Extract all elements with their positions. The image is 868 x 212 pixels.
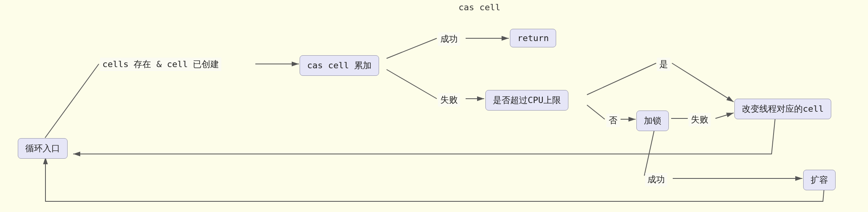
- diagram-canvas: cas cell 循环入口 cas cell 累加 return 是否超过CPU…: [0, 0, 868, 212]
- edge-label-lock-fail: 失败: [689, 113, 711, 126]
- edge-label-cells-exists: cells 存在 & cell 已创建: [100, 58, 221, 71]
- edge-label-yes: 是: [657, 58, 670, 71]
- node-lock: 加锁: [636, 111, 669, 131]
- node-expand: 扩容: [803, 170, 836, 190]
- edge-label-no: 否: [606, 114, 620, 127]
- node-return: return: [510, 29, 556, 47]
- edge-label-fail-1: 失败: [438, 93, 460, 107]
- node-cas-cell-add: cas cell 累加: [300, 55, 379, 76]
- edge-label-lock-success: 成功: [645, 173, 667, 186]
- node-loop-entry: 循环入口: [18, 138, 68, 159]
- diagram-title: cas cell: [459, 2, 500, 12]
- node-cpu-limit: 是否超过CPU上限: [485, 90, 568, 111]
- node-change-cell: 改变线程对应的cell: [734, 99, 831, 119]
- edge-label-success-1: 成功: [438, 32, 460, 46]
